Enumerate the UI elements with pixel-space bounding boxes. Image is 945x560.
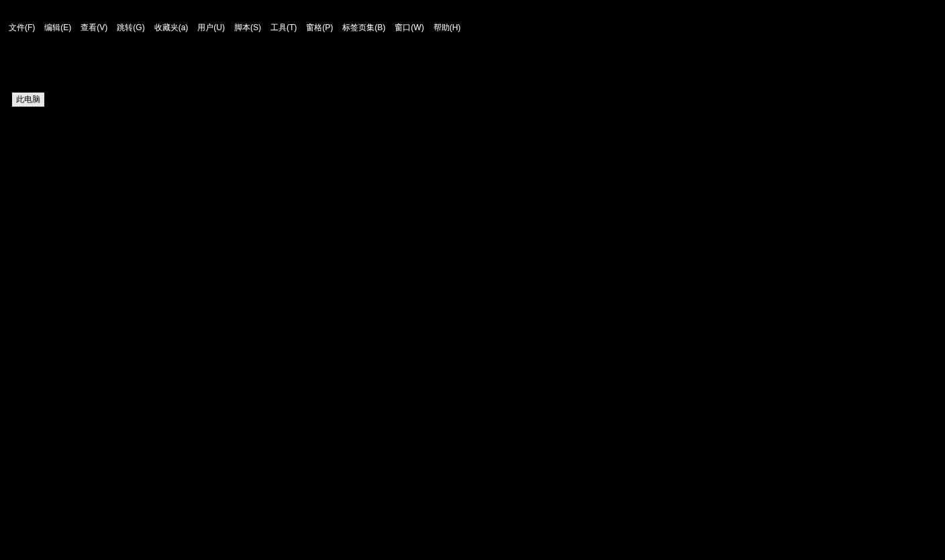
menu-view[interactable]: 查看(V): [76, 21, 112, 35]
menu-window[interactable]: 窗口(W): [390, 21, 428, 35]
menu-script[interactable]: 脚本(S): [230, 21, 266, 35]
menu-tools[interactable]: 工具(T): [266, 21, 301, 35]
this-pc-item[interactable]: 此电脑: [12, 93, 44, 107]
menu-goto[interactable]: 跳转(G): [112, 21, 149, 35]
menu-file[interactable]: 文件(F): [4, 21, 40, 35]
menu-help[interactable]: 帮助(H): [429, 21, 466, 35]
menu-favorites[interactable]: 收藏夹(a): [150, 21, 193, 35]
menu-user[interactable]: 用户(U): [193, 21, 230, 35]
menu-edit[interactable]: 编辑(E): [40, 21, 76, 35]
content-area: 此电脑: [0, 34, 945, 560]
menu-tabset[interactable]: 标签页集(B): [338, 21, 390, 35]
menubar: 文件(F) 编辑(E) 查看(V) 跳转(G) 收藏夹(a) 用户(U) 脚本(…: [0, 0, 945, 34]
menu-pane[interactable]: 窗格(P): [301, 21, 338, 35]
